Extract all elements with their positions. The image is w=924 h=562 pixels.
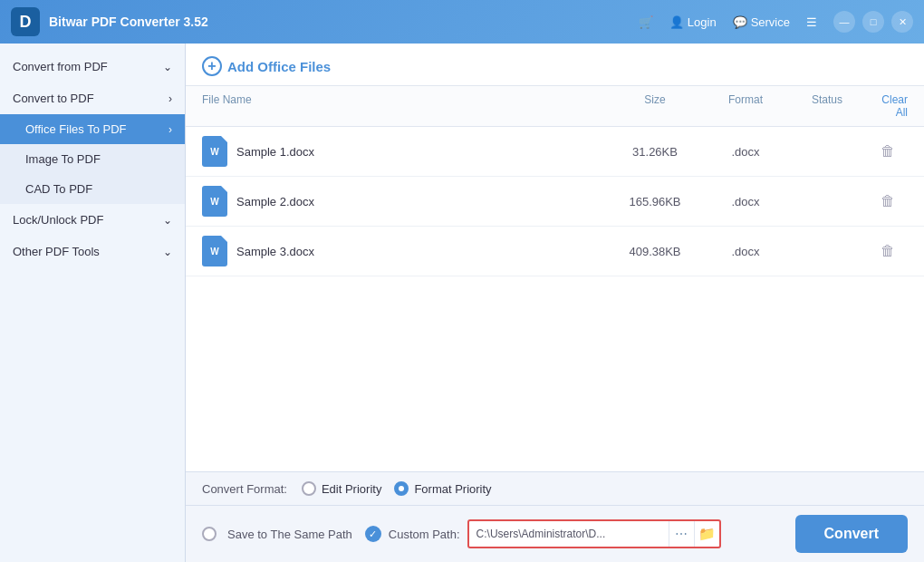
- menu-nav-item[interactable]: ☰: [806, 15, 817, 29]
- sidebar-item-cad-to-pdf[interactable]: CAD To PDF: [0, 174, 185, 204]
- delete-button-3[interactable]: 🗑: [868, 243, 908, 259]
- title-bar: D Bitwar PDF Converter 3.52 🛒 👤 Login 💬 …: [0, 0, 924, 44]
- format-priority-label: Format Priority: [414, 482, 491, 496]
- sidebar-item-convert-to-pdf[interactable]: Convert to PDF ›: [0, 82, 185, 114]
- file-size-3: 409.38KB: [605, 245, 705, 258]
- file-name-1: Sample 1.docx: [236, 145, 314, 159]
- file-size-1: 31.26KB: [605, 145, 705, 159]
- file-icon-2: W: [202, 186, 227, 217]
- file-cell-1: W Sample 1.docx: [202, 136, 605, 167]
- sidebar-item-other-pdf-tools[interactable]: Other PDF Tools ⌄: [0, 236, 185, 267]
- window-controls: — □ ✕: [833, 11, 913, 33]
- sidebar-item-lock-unlock-pdf[interactable]: Lock/Unlock PDF ⌄: [0, 204, 185, 236]
- file-format-1: .docx: [705, 145, 786, 159]
- path-dots-button[interactable]: ⋯: [669, 521, 694, 547]
- file-table: File Name Size Format Status Clear All W…: [186, 86, 924, 471]
- sidebar-item-convert-from-pdf[interactable]: Convert from PDF ⌄: [0, 51, 185, 82]
- cart-icon: 🛒: [639, 15, 653, 29]
- convert-format-row: Convert Format: Edit Priority Format Pri…: [186, 472, 924, 506]
- convert-format-label: Convert Format:: [202, 482, 287, 496]
- path-input-wrapper: ⋯ 📁: [467, 519, 721, 548]
- save-same-path-radio-circle: [202, 527, 217, 541]
- path-folder-button[interactable]: 📁: [694, 521, 719, 547]
- chevron-down-icon: ⌄: [163, 61, 172, 73]
- file-icon-3: W: [202, 236, 227, 266]
- chevron-right-icon: ›: [168, 92, 172, 105]
- save-path-row: Save to The Same Path ✓ Custom Path: ⋯ 📁…: [186, 506, 924, 562]
- app-logo: D: [11, 7, 40, 36]
- sidebar-label-lock-unlock: Lock/Unlock PDF: [13, 213, 103, 227]
- user-icon: 👤: [669, 15, 684, 29]
- cart-nav-item[interactable]: 🛒: [639, 15, 653, 29]
- table-row: W Sample 3.docx 409.38KB .docx 🗑: [186, 227, 924, 276]
- file-format-2: .docx: [705, 195, 786, 208]
- file-cell-3: W Sample 3.docx: [202, 236, 605, 266]
- title-nav: 🛒 👤 Login 💬 Service ☰: [639, 15, 817, 29]
- app-title: Bitwar PDF Converter 3.52: [49, 15, 639, 29]
- custom-path-check-icon: ✓: [365, 526, 381, 542]
- chevron-down-icon-2: ⌄: [163, 214, 172, 227]
- convert-button[interactable]: Convert: [795, 515, 908, 553]
- sidebar-label-office-files: Office Files To PDF: [25, 122, 127, 136]
- clear-all-button[interactable]: Clear All: [868, 93, 908, 119]
- edit-priority-radio-circle: [302, 481, 316, 496]
- add-files-label: Add Office Files: [227, 59, 331, 74]
- arrow-right-icon: ›: [168, 123, 172, 136]
- save-to-same-path-option[interactable]: Save to The Same Path: [202, 527, 352, 541]
- priority-radio-group: Edit Priority Format Priority: [302, 481, 492, 496]
- table-row: W Sample 2.docx 165.96KB .docx 🗑: [186, 177, 924, 227]
- col-status: Status: [786, 93, 868, 119]
- sidebar-label-convert-to-pdf: Convert to PDF: [13, 92, 94, 105]
- format-priority-radio-circle: [394, 481, 409, 496]
- minimize-button[interactable]: —: [833, 11, 855, 33]
- chevron-down-icon-3: ⌄: [163, 246, 172, 258]
- add-files-button[interactable]: + Add Office Files: [202, 56, 331, 76]
- bottom-bar: Convert Format: Edit Priority Format Pri…: [186, 471, 924, 562]
- chat-icon: 💬: [733, 15, 747, 29]
- delete-button-2[interactable]: 🗑: [868, 193, 908, 209]
- content-area: + Add Office Files File Name Size Format…: [186, 44, 924, 562]
- format-priority-radio[interactable]: Format Priority: [394, 481, 491, 496]
- add-plus-icon: +: [202, 56, 222, 76]
- maximize-button[interactable]: □: [862, 11, 884, 33]
- file-size-2: 165.96KB: [605, 195, 705, 208]
- sidebar-label-cad-to-pdf: CAD To PDF: [25, 182, 92, 196]
- main-layout: Convert from PDF ⌄ Convert to PDF › Offi…: [0, 44, 924, 562]
- sidebar-label-convert-from-pdf: Convert from PDF: [13, 60, 108, 73]
- close-button[interactable]: ✕: [891, 11, 913, 33]
- custom-path-area: ✓ Custom Path: ⋯ 📁: [365, 519, 783, 548]
- sidebar-item-office-files-to-pdf[interactable]: Office Files To PDF ›: [0, 114, 185, 144]
- col-format: Format: [705, 93, 786, 119]
- menu-icon: ☰: [806, 15, 817, 29]
- edit-priority-radio[interactable]: Edit Priority: [302, 481, 381, 496]
- sidebar-label-other-tools: Other PDF Tools: [13, 245, 100, 258]
- path-input[interactable]: [469, 523, 669, 545]
- sidebar-sub-menu: Office Files To PDF › Image To PDF CAD T…: [0, 114, 185, 204]
- edit-priority-label: Edit Priority: [322, 482, 381, 496]
- sidebar-item-image-to-pdf[interactable]: Image To PDF: [0, 144, 185, 174]
- add-files-bar: + Add Office Files: [186, 44, 924, 86]
- login-nav-item[interactable]: 👤 Login: [669, 15, 717, 29]
- service-nav-item[interactable]: 💬 Service: [733, 15, 790, 29]
- file-format-3: .docx: [705, 245, 786, 258]
- file-name-3: Sample 3.docx: [236, 245, 314, 258]
- delete-button-1[interactable]: 🗑: [868, 143, 908, 160]
- file-icon-1: W: [202, 136, 227, 167]
- save-same-path-label: Save to The Same Path: [227, 528, 352, 541]
- col-size: Size: [605, 93, 705, 119]
- sidebar: Convert from PDF ⌄ Convert to PDF › Offi…: [0, 44, 186, 562]
- file-name-2: Sample 2.docx: [236, 195, 314, 208]
- col-filename: File Name: [202, 93, 605, 119]
- table-row: W Sample 1.docx 31.26KB .docx 🗑: [186, 127, 924, 177]
- table-header: File Name Size Format Status Clear All: [186, 86, 924, 127]
- sidebar-label-image-to-pdf: Image To PDF: [25, 152, 101, 166]
- custom-path-label: Custom Path:: [389, 528, 460, 541]
- file-cell-2: W Sample 2.docx: [202, 186, 605, 217]
